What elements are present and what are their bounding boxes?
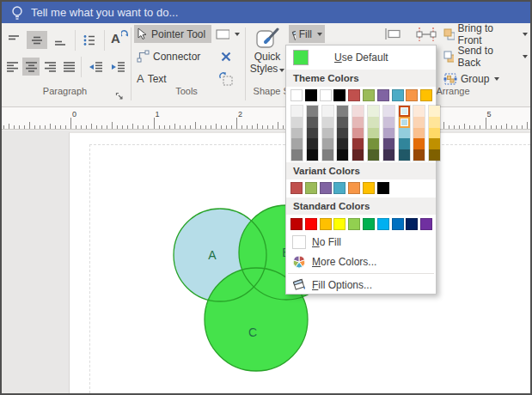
theme-variant-swatch[interactable] xyxy=(352,128,364,139)
theme-variant-swatch[interactable] xyxy=(307,149,318,161)
theme-variant-swatch[interactable] xyxy=(291,149,303,161)
theme-variant-swatch[interactable] xyxy=(383,138,394,149)
theme-variant-swatch[interactable] xyxy=(429,138,440,149)
increase-indent-button[interactable] xyxy=(107,58,128,76)
theme-variant-swatch[interactable] xyxy=(383,149,394,161)
more-colors-item[interactable]: More Colors... xyxy=(286,252,436,271)
theme-color-swatch[interactable] xyxy=(290,89,303,101)
theme-color-swatch[interactable] xyxy=(377,89,389,101)
theme-variant-swatch[interactable] xyxy=(368,138,379,149)
variant-color-swatch[interactable] xyxy=(333,182,345,194)
theme-variant-swatch[interactable] xyxy=(352,138,364,149)
connector-button[interactable]: Connector xyxy=(134,47,211,65)
text-tool-button[interactable]: A Text xyxy=(134,70,211,88)
theme-variant-swatch[interactable] xyxy=(322,149,333,161)
valign-top-button[interactable] xyxy=(3,31,24,49)
theme-variant-swatch[interactable] xyxy=(399,128,410,139)
theme-variant-swatch[interactable] xyxy=(322,128,333,139)
standard-color-swatch[interactable] xyxy=(420,218,432,230)
theme-color-swatch[interactable] xyxy=(333,89,345,101)
theme-variant-swatch[interactable] xyxy=(322,106,333,117)
valign-bottom-button[interactable] xyxy=(50,31,70,49)
valign-middle-button[interactable] xyxy=(27,31,47,49)
fill-options-item[interactable]: Fill Options... xyxy=(286,275,436,295)
theme-variant-swatch[interactable] xyxy=(291,138,303,149)
theme-variant-swatch[interactable] xyxy=(383,128,394,139)
bring-to-front-button[interactable]: Bring to Front xyxy=(441,25,530,43)
theme-color-swatch[interactable] xyxy=(420,89,432,101)
theme-color-swatch[interactable] xyxy=(305,89,317,101)
theme-variant-swatch[interactable] xyxy=(337,149,348,161)
align-center-button[interactable] xyxy=(22,58,40,76)
variant-color-swatch[interactable] xyxy=(363,182,375,194)
pointer-tool-button[interactable]: Pointer Tool xyxy=(134,25,211,43)
theme-variant-swatch[interactable] xyxy=(307,138,318,149)
theme-variant-swatch[interactable] xyxy=(291,117,303,128)
decrease-indent-button[interactable] xyxy=(85,58,106,76)
standard-color-swatch[interactable] xyxy=(406,218,418,230)
theme-variant-swatch[interactable] xyxy=(368,117,379,128)
tell-me-bar[interactable]: Tell me what you want to do... xyxy=(2,2,530,23)
variant-color-swatch[interactable] xyxy=(290,182,303,194)
align-right-button[interactable] xyxy=(41,58,58,76)
theme-variant-swatch[interactable] xyxy=(322,117,333,128)
theme-variant-swatch[interactable] xyxy=(307,128,318,139)
theme-variant-swatch[interactable] xyxy=(413,149,425,161)
theme-variant-swatch[interactable] xyxy=(429,106,440,117)
theme-variant-swatch[interactable] xyxy=(368,149,379,161)
theme-variant-swatch[interactable] xyxy=(383,117,394,128)
group-button[interactable]: Group xyxy=(441,70,502,88)
variant-color-swatch[interactable] xyxy=(377,182,389,194)
theme-variant-swatch[interactable] xyxy=(399,138,410,149)
theme-variant-swatch[interactable] xyxy=(337,106,348,117)
theme-variant-swatch[interactable] xyxy=(337,117,348,128)
theme-variant-swatch[interactable] xyxy=(322,138,333,149)
send-to-back-button[interactable]: Send to Back xyxy=(441,47,530,65)
theme-color-swatch[interactable] xyxy=(363,89,375,101)
theme-variant-swatch[interactable] xyxy=(337,128,348,139)
theme-variant-swatch[interactable] xyxy=(307,106,318,117)
quick-styles-button[interactable]: Quick Styles xyxy=(248,24,287,88)
standard-color-swatch[interactable] xyxy=(348,218,360,230)
justify-button[interactable] xyxy=(60,58,77,76)
theme-variant-swatch[interactable] xyxy=(368,128,379,139)
standard-color-swatch[interactable] xyxy=(290,218,303,230)
standard-color-swatch[interactable] xyxy=(305,218,317,230)
variant-color-swatch[interactable] xyxy=(320,182,332,194)
theme-variant-swatch[interactable] xyxy=(307,117,318,128)
theme-variant-swatch[interactable] xyxy=(352,117,364,128)
theme-variant-swatch[interactable] xyxy=(368,106,379,117)
standard-color-swatch[interactable] xyxy=(320,218,332,230)
theme-variant-swatch[interactable] xyxy=(352,149,364,161)
variant-color-swatch[interactable] xyxy=(305,182,317,194)
fill-button[interactable]: Fill xyxy=(289,25,325,43)
theme-color-swatch[interactable] xyxy=(392,89,404,101)
theme-variant-swatch[interactable] xyxy=(399,106,410,117)
theme-variant-swatch[interactable] xyxy=(337,138,348,149)
no-fill-item[interactable]: No Fill xyxy=(286,232,436,252)
standard-color-swatch[interactable] xyxy=(363,218,375,230)
align-button[interactable] xyxy=(381,25,405,43)
text-block-button[interactable] xyxy=(216,70,236,88)
theme-color-swatch[interactable] xyxy=(348,89,360,101)
theme-variant-swatch[interactable] xyxy=(413,106,425,117)
theme-color-swatch[interactable] xyxy=(320,89,332,101)
theme-variant-swatch[interactable] xyxy=(429,117,440,128)
theme-variant-swatch[interactable] xyxy=(413,117,425,128)
standard-color-swatch[interactable] xyxy=(392,218,404,230)
theme-color-swatch[interactable] xyxy=(406,89,418,101)
use-default-item[interactable]: Use Default xyxy=(286,47,436,67)
theme-variant-swatch[interactable] xyxy=(383,106,394,117)
theme-variant-swatch[interactable] xyxy=(429,149,440,161)
paragraph-dialog-launcher[interactable] xyxy=(115,88,124,104)
theme-variant-swatch[interactable] xyxy=(352,106,364,117)
position-button[interactable] xyxy=(413,25,440,43)
theme-variant-swatch[interactable] xyxy=(413,128,425,139)
standard-color-swatch[interactable] xyxy=(333,218,345,230)
theme-variant-swatch[interactable] xyxy=(413,138,425,149)
theme-variant-swatch[interactable] xyxy=(291,128,303,139)
theme-variant-swatch[interactable] xyxy=(399,117,410,128)
theme-variant-swatch[interactable] xyxy=(399,149,410,161)
connection-point-button[interactable] xyxy=(217,47,235,65)
bullets-button[interactable] xyxy=(79,31,100,49)
